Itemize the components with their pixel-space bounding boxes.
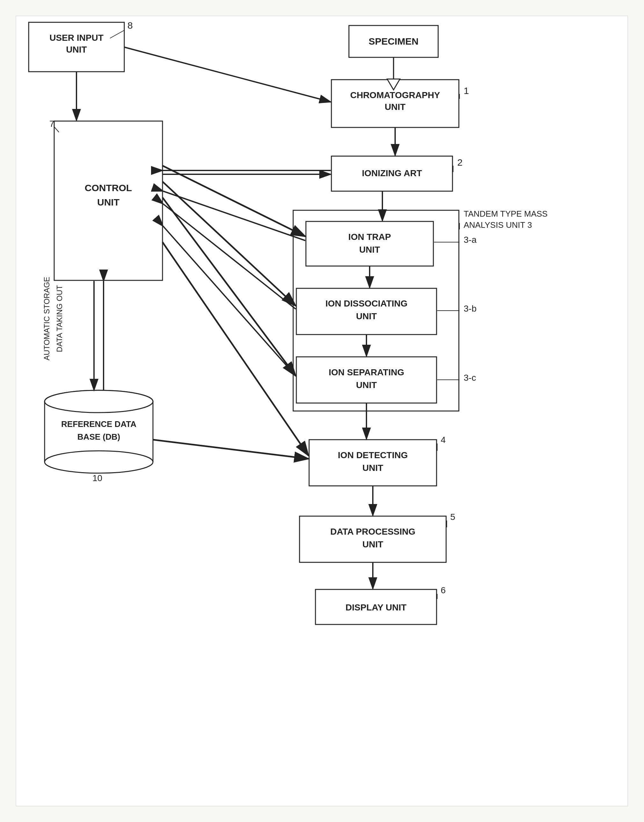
- diagram-svg: SPECIMEN CHROMATOGRAPHY UNIT IONIZING AR…: [0, 0, 644, 822]
- specimen-label: SPECIMEN: [369, 36, 419, 46]
- ion-separating-label-1: ION SEPARATING: [329, 367, 404, 377]
- ref2-label: 2: [457, 157, 463, 168]
- control-label-1: CONTROL: [85, 182, 132, 193]
- svg-point-21: [44, 390, 153, 413]
- ion-detecting-label-1: ION DETECTING: [338, 450, 408, 460]
- ref6-label: 6: [441, 585, 446, 595]
- ref3c-label: 3-c: [464, 373, 476, 383]
- ion-trap-label-2: UNIT: [359, 245, 380, 254]
- tandem-type-label-2: ANALYSIS UNIT 3: [464, 220, 532, 230]
- diagram-container: SPECIMEN CHROMATOGRAPHY UNIT IONIZING AR…: [0, 0, 644, 822]
- ref10-label: 10: [92, 473, 102, 483]
- ionizing-label: IONIZING ART: [362, 168, 422, 178]
- svg-rect-10: [306, 222, 433, 266]
- ref3a-label: 3-a: [464, 235, 477, 245]
- tandem-type-label-1: TANDEM TYPE MASS: [464, 209, 547, 219]
- user-input-label-2: UNIT: [66, 44, 87, 55]
- user-input-label-1: USER INPUT: [49, 33, 104, 43]
- ion-dissociating-label-1: ION DISSOCIATING: [325, 298, 408, 308]
- ion-separating-label-2: UNIT: [356, 380, 377, 390]
- chromatography-label-1: CHROMATOGRAPHY: [350, 90, 440, 100]
- ref1-label: 1: [464, 86, 469, 96]
- data-taking-out-label: DATA TAKING OUT: [55, 285, 64, 352]
- data-processing-label-2: UNIT: [362, 539, 383, 549]
- ion-dissociating-label-2: UNIT: [356, 311, 377, 321]
- ion-trap-label-1: ION TRAP: [348, 232, 391, 242]
- display-label: DISPLAY UNIT: [345, 603, 406, 612]
- ref7-label: 7: [49, 119, 55, 129]
- ion-detecting-label-2: UNIT: [362, 463, 383, 473]
- reference-db-label-1: REFERENCE DATA: [61, 419, 136, 429]
- ref3b-label: 3-b: [464, 304, 476, 314]
- control-label-2: UNIT: [97, 197, 120, 207]
- ref8-label: 8: [127, 20, 133, 31]
- reference-db-label-2: BASE (DB): [77, 432, 120, 442]
- ref5-label: 5: [450, 512, 455, 522]
- automatic-storage-label: AUTOMATIC STORAGE: [42, 277, 51, 361]
- ref4-label: 4: [441, 435, 446, 445]
- data-processing-label-1: DATA PROCESSING: [330, 527, 415, 537]
- chromatography-label-2: UNIT: [385, 102, 405, 112]
- svg-point-20: [44, 451, 153, 473]
